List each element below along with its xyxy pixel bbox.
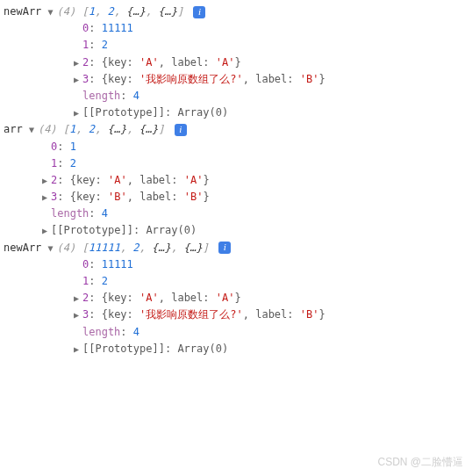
console-entry[interactable]: 3: {key: 'B', label: 'B'} [4,189,468,206]
console-entry[interactable]: 2: {key: 'A', label: 'A'} [4,290,468,307]
entry-key: [[Prototype]] [82,343,165,355]
info-icon[interactable]: i [193,6,205,18]
chevron-right-icon[interactable] [74,56,82,70]
entry-value: 11111 [102,258,133,270]
chevron-down-icon[interactable] [48,5,57,19]
info-icon[interactable]: i [175,124,187,136]
console-entry[interactable]: [[Prototype]]: Array(0) [4,105,468,121]
array-length: (4) [38,123,63,135]
array-length: (4) [57,5,82,18]
chevron-right-icon[interactable] [74,343,82,357]
console-entry[interactable]: length: 4 [4,324,468,341]
chevron-right-icon[interactable] [74,308,82,322]
entry-key: [[Prototype]] [51,224,133,236]
console-entry[interactable]: 0: 1 [4,139,468,155]
entry-value: 11111 [102,22,133,34]
variable-name: arr [4,123,23,135]
console-entry[interactable]: 2: {key: 'A', label: 'A'} [4,54,468,71]
entry-key: [[Prototype]] [82,106,165,119]
console-entry[interactable]: 1: 2 [4,273,468,290]
info-icon[interactable]: i [218,242,231,254]
entry-key: length [51,207,89,220]
watermark: CSDN @二脸懵逼 [377,454,463,471]
entry-value: Array(0) [146,224,197,236]
array-header[interactable]: newArr (4) [1, 2, {…}, {…}] i [4,4,468,20]
chevron-right-icon[interactable] [42,174,51,188]
console-entry[interactable]: 2: {key: 'A', label: 'A'} [4,172,468,189]
chevron-right-icon[interactable] [74,106,82,120]
console-entry[interactable]: 0: 11111 [4,256,468,273]
entry-key: length [82,90,120,102]
array-header[interactable]: newArr (4) [11111, 2, {…}, {…}] i [4,240,468,256]
chevron-right-icon[interactable] [42,224,51,238]
entry-value: Array(0) [177,106,228,119]
chevron-down-icon[interactable] [48,242,57,256]
console-entry[interactable]: 3: {key: '我影响原数组了么?', label: 'B'} [4,71,468,88]
entry-value: Array(0) [177,343,228,355]
entry-value: 4 [133,90,139,102]
console-entry[interactable]: [[Prototype]]: Array(0) [4,341,468,357]
console-entry[interactable]: 0: 11111 [4,20,468,37]
console-entry[interactable]: length: 4 [4,88,468,105]
entry-value: 1 [70,141,76,153]
console-entry[interactable]: length: 4 [4,206,468,222]
chevron-right-icon[interactable] [74,73,82,87]
entry-value: 2 [102,39,108,51]
console-entry[interactable]: 1: 2 [4,37,468,54]
console-entry[interactable]: [[Prototype]]: Array(0) [4,222,468,239]
array-header[interactable]: arr (4) [1, 2, {…}, {…}] i [4,121,468,138]
entry-value: 2 [70,157,76,169]
entry-key: length [82,326,120,338]
variable-name: newArr [4,5,41,18]
array-length: (4) [57,242,82,254]
entry-value: 4 [102,207,108,220]
variable-name: newArr [4,242,41,254]
console-entry[interactable]: 1: 2 [4,155,468,172]
console-entry[interactable]: 3: {key: '我影响原数组了么?', label: 'B'} [4,307,468,323]
chevron-right-icon[interactable] [74,292,82,306]
chevron-down-icon[interactable] [29,123,38,137]
entry-value: 4 [133,326,139,338]
chevron-right-icon[interactable] [42,191,51,205]
entry-value: 2 [102,275,108,287]
